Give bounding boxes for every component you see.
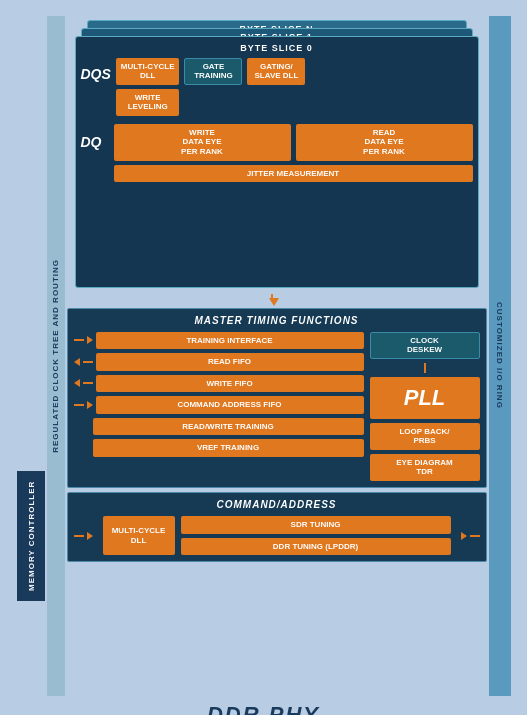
byte-slice-stack: Byte Slice N Byte Slice 1 Byte Slice 0 D… xyxy=(75,20,479,288)
read-fifo-box: Read FIFO xyxy=(96,353,364,371)
regulated-clock-label: Regulated Clock Tree and Routing xyxy=(51,259,60,453)
customized-io-stripe: Customized I/O Ring xyxy=(489,16,511,696)
customized-io-label: Customized I/O Ring xyxy=(495,302,504,409)
dqs-middle-col: Gate Training xyxy=(184,58,242,85)
pll-box: PLL xyxy=(370,377,480,419)
dq-label: DQ xyxy=(81,124,109,150)
write-fifo-box: Write FIFO xyxy=(96,375,364,393)
training-interface-box: Training Interface xyxy=(96,332,364,350)
byte-slice-0: Byte Slice 0 DQS Multi-cycle DLL Write L… xyxy=(75,36,479,288)
eye-diagram-tdr-box: Eye Diagram TDR xyxy=(370,454,480,481)
jitter-measurement-box: Jitter Measurement xyxy=(114,165,473,183)
mt-right-col: Clock Deskew PLL Loop Back/ PRBS Eye Dia… xyxy=(370,332,480,482)
dq-bottom-row: Jitter Measurement xyxy=(114,165,473,183)
sdr-tuning-box: SDR Tuning xyxy=(181,516,451,534)
cmd-right-col: SDR Tuning DDR Tuning (LPDDR) xyxy=(181,516,451,555)
memory-controller-label: Memory Controller xyxy=(17,471,45,601)
center-content: Byte Slice N Byte Slice 1 Byte Slice 0 D… xyxy=(65,16,489,696)
gating-slave-dll-box: Gating/ Slave DLL xyxy=(247,58,305,85)
read-write-training-box: Read/Write Training xyxy=(93,418,364,436)
mt-left-col: Training Interface Read FIFO Write FIFO xyxy=(74,332,364,482)
gate-training-box: Gate Training xyxy=(184,58,242,85)
read-data-eye-box: Read Data Eye Per Rank xyxy=(296,124,473,161)
clock-deskew-box: Clock Deskew xyxy=(370,332,480,359)
ddr-tuning-box: DDR Tuning (LPDDR) xyxy=(181,538,451,556)
regulated-clock-stripe: Regulated Clock Tree and Routing xyxy=(47,16,65,696)
loop-back-prbs-box: Loop Back/ PRBS xyxy=(370,423,480,450)
layout-wrapper: Memory Controller Regulated Clock Tree a… xyxy=(17,16,511,696)
command-content: Multi-cycle DLL SDR Tuning DDR Tuning (L… xyxy=(74,516,480,555)
dqs-left-col: Multi-cycle DLL Write Leveling xyxy=(116,58,180,116)
multi-cycle-dll-box: Multi-cycle DLL xyxy=(116,58,180,85)
write-data-eye-box: Write Data Eye Per Rank xyxy=(114,124,291,161)
master-timing-title: Master Timing Functions xyxy=(74,315,480,326)
vref-training-box: Vref Training xyxy=(93,439,364,457)
command-address-fifo-box: Command Address FIFO xyxy=(96,396,364,414)
dq-section: DQ Write Data Eye Per Rank Read Data Eye… xyxy=(81,124,473,182)
dq-top-row: Write Data Eye Per Rank Read Data Eye Pe… xyxy=(114,124,473,161)
ddr-phy-title: DDR PHY xyxy=(17,696,511,716)
main-container: Memory Controller Regulated Clock Tree a… xyxy=(9,8,519,708)
cmd-multi-cycle-dll-box: Multi-cycle DLL xyxy=(103,516,175,555)
dqs-right-col: Gating/ Slave DLL xyxy=(247,58,305,85)
master-timing-grid: Training Interface Read FIFO Write FIFO xyxy=(74,332,480,482)
dq-boxes: Write Data Eye Per Rank Read Data Eye Pe… xyxy=(114,124,473,182)
master-timing-section: Master Timing Functions Training Interfa… xyxy=(67,308,487,489)
dqs-label: DQS xyxy=(81,58,111,82)
dqs-boxes: Multi-cycle DLL Write Leveling Gate Trai… xyxy=(116,58,306,116)
command-address-section: Command/Address Multi-cycle DLL SDR Tuni… xyxy=(67,492,487,562)
down-arrow-1 xyxy=(67,292,487,304)
write-leveling-box: Write Leveling xyxy=(116,89,180,116)
command-address-title: Command/Address xyxy=(74,499,480,510)
dqs-section: DQS Multi-cycle DLL Write Leveling Gate … xyxy=(81,58,473,116)
byte-slice-0-label: Byte Slice 0 xyxy=(81,42,473,53)
